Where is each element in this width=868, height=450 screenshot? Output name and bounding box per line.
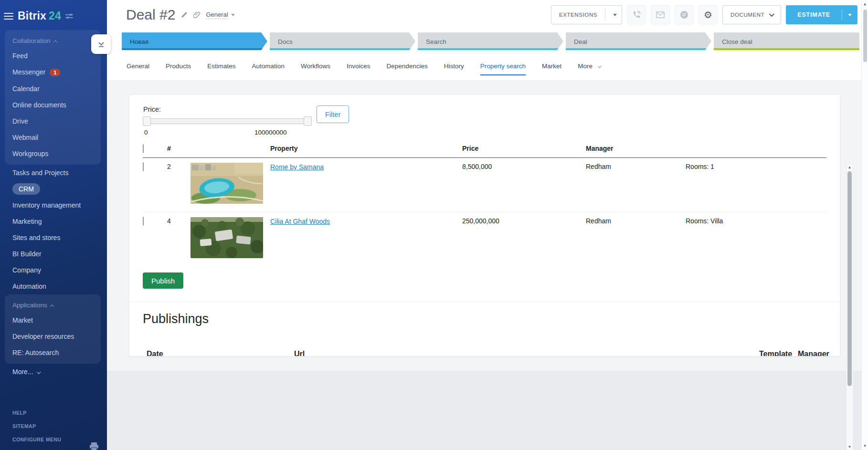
tab-invoices[interactable]: Invoices xyxy=(347,61,370,72)
estimate-button[interactable]: ESTIMATE xyxy=(786,5,857,24)
sidebar-item-market[interactable]: Market xyxy=(5,312,101,328)
sidebar-item-webmail[interactable]: Webmail xyxy=(5,129,101,146)
mail-icon xyxy=(656,11,665,18)
filter-button[interactable]: Filter xyxy=(317,105,349,123)
tab-products[interactable]: Products xyxy=(166,61,191,72)
estimate-dropdown[interactable] xyxy=(842,14,857,16)
property-rooms: Rooms: 1 xyxy=(686,163,826,170)
sidebar-item-feed[interactable]: Feed xyxy=(5,48,101,64)
page-scrollbar[interactable]: ▲ ▼ xyxy=(861,0,868,450)
scroll-down-icon[interactable]: ▼ xyxy=(847,445,853,449)
scrollbar-thumb[interactable] xyxy=(863,10,867,62)
sidebar-item-marketing[interactable]: Marketing xyxy=(5,213,101,230)
pipeline-selector[interactable]: General xyxy=(206,11,228,19)
stage-search[interactable]: Search xyxy=(418,32,563,50)
hamburger-icon[interactable] xyxy=(4,13,13,20)
sidebar-item-drive[interactable]: Drive xyxy=(5,113,101,129)
tab-estimates[interactable]: Estimates xyxy=(207,61,235,72)
chat-button[interactable] xyxy=(675,5,694,24)
sidebar-collapse-button[interactable] xyxy=(91,34,111,54)
scroll-up-icon[interactable]: ▲ xyxy=(847,165,853,169)
extensions-button[interactable]: EXTENSIONS xyxy=(551,5,622,24)
scroll-up-icon[interactable]: ▲ xyxy=(862,2,868,6)
price-range-slider[interactable] xyxy=(144,118,311,124)
paperclip-icon[interactable] xyxy=(193,11,200,19)
sidebar-footer: HELP SITEMAP CONFIGURE MENU xyxy=(12,402,61,442)
row-number: 2 xyxy=(167,163,191,170)
sidebar-item-automation[interactable]: Automation xyxy=(5,278,101,294)
chevron-down-icon xyxy=(598,64,601,68)
scrollbar-thumb[interactable] xyxy=(847,171,852,386)
sidebar-item-re-autosearch[interactable]: RE: Autosearch xyxy=(5,345,101,361)
row-checkbox[interactable] xyxy=(143,162,144,171)
stage-close-deal[interactable]: Close deal xyxy=(714,32,859,50)
sidebar-item-bi-builder[interactable]: BI Builder xyxy=(5,246,101,262)
chevron-down-icon xyxy=(231,14,235,16)
select-all-checkbox[interactable] xyxy=(143,144,144,153)
stage-docs[interactable]: Docs xyxy=(270,32,415,50)
sidebar-item-online-documents[interactable]: Online documents xyxy=(5,97,101,113)
tab-automation[interactable]: Automation xyxy=(252,61,285,72)
col-header-url: Url xyxy=(294,350,305,356)
extensions-dropdown[interactable] xyxy=(605,14,622,16)
sidebar-item-calendar[interactable]: Calendar xyxy=(5,81,101,97)
property-link[interactable]: Cilia At Ghaf Woods xyxy=(270,218,330,225)
sidebar-group-applications: Applications Market Developer resources … xyxy=(5,294,101,364)
chevron-down-icon xyxy=(613,14,617,16)
main-area: Deal #2 General EXTENSIONS xyxy=(107,0,868,450)
sliders-icon[interactable] xyxy=(65,13,73,20)
item-label: More... xyxy=(12,368,33,376)
property-rooms: Rooms: Villa xyxy=(686,217,826,225)
chat-icon xyxy=(680,10,688,19)
chevron-down-icon xyxy=(848,14,852,16)
row-checkbox[interactable] xyxy=(143,217,144,226)
mail-button[interactable] xyxy=(651,5,670,24)
sidebar-item-tasks-projects[interactable]: Tasks and Projects xyxy=(5,165,101,181)
stage-deal[interactable]: Deal xyxy=(566,32,711,50)
stage-label: Docs xyxy=(278,38,293,45)
tab-workflows[interactable]: Workflows xyxy=(301,61,330,72)
sidebar: Bitrix24 Collaboration Feed Messenger1 C… xyxy=(0,0,107,450)
tab-general[interactable]: General xyxy=(127,61,149,72)
help-link[interactable]: HELP xyxy=(12,410,61,416)
col-header-property: Property xyxy=(270,145,462,152)
tab-dependencies[interactable]: Dependencies xyxy=(386,61,427,72)
tab-property-search[interactable]: Property search xyxy=(480,61,526,72)
property-link[interactable]: Rome by Samana xyxy=(270,163,324,171)
sidebar-section-collaboration[interactable]: Collaboration xyxy=(5,32,101,48)
sidebar-item-messenger[interactable]: Messenger1 xyxy=(5,64,101,81)
tab-label: More xyxy=(578,63,593,70)
brand-logo[interactable]: Bitrix24 xyxy=(18,10,61,22)
sidebar-section-applications[interactable]: Applications xyxy=(5,296,101,312)
brand-number: 24 xyxy=(49,10,61,22)
sidebar-item-inventory[interactable]: Inventory management xyxy=(5,197,101,213)
property-thumbnail xyxy=(191,163,263,204)
brand-text: Bitrix xyxy=(18,10,46,22)
tab-history[interactable]: History xyxy=(444,61,464,72)
content-scrollbar[interactable]: ▲ ▼ xyxy=(846,163,853,450)
slider-handle-max[interactable] xyxy=(304,116,312,126)
document-button[interactable]: DOCUMENT xyxy=(722,5,781,24)
property-manager: Redham xyxy=(586,217,686,225)
sitemap-link[interactable]: SITEMAP xyxy=(12,423,61,429)
sidebar-item-company[interactable]: Company xyxy=(5,262,101,278)
stage-label: Новая xyxy=(130,38,148,45)
publish-button[interactable]: Publish xyxy=(143,272,183,289)
phone-button[interactable] xyxy=(627,5,646,24)
slider-handle-min[interactable] xyxy=(143,116,151,126)
sidebar-nav: Collaboration Feed Messenger1 Calendar O… xyxy=(5,30,101,380)
tab-market[interactable]: Market xyxy=(542,61,561,72)
pencil-icon[interactable] xyxy=(181,11,188,18)
printer-icon[interactable] xyxy=(89,442,99,450)
tab-more[interactable]: More xyxy=(578,61,600,72)
scroll-down-icon[interactable]: ▼ xyxy=(862,444,868,448)
sidebar-item-developer-resources[interactable]: Developer resources xyxy=(5,328,101,345)
topbar: Deal #2 General EXTENSIONS xyxy=(107,0,868,30)
sidebar-item-sites-stores[interactable]: Sites and stores xyxy=(5,230,101,246)
settings-button[interactable]: ⚙ xyxy=(699,5,718,24)
sidebar-item-workgroups[interactable]: Workgroups xyxy=(5,146,101,162)
sidebar-item-more[interactable]: More... xyxy=(5,364,101,380)
configure-menu-link[interactable]: CONFIGURE MENU xyxy=(12,437,61,442)
stage-new[interactable]: Новая xyxy=(122,32,267,50)
sidebar-item-crm[interactable]: CRM xyxy=(5,181,101,197)
